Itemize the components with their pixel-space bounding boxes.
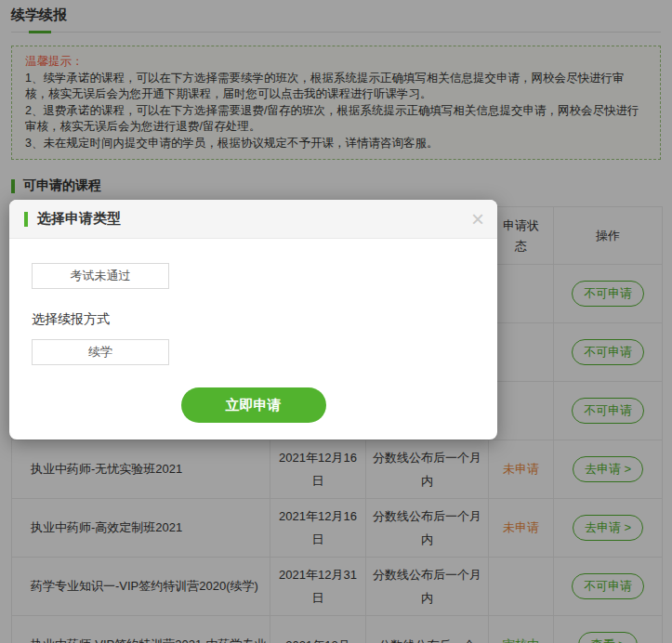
- apply-type-select[interactable]: 考试未通过: [32, 263, 169, 289]
- modal-accent-bar: [24, 212, 28, 227]
- apply-type-dialog: 选择申请类型 × 考试未通过 选择续报方式 续学 立即申请: [9, 200, 497, 440]
- modal-title: 选择申请类型: [37, 210, 121, 228]
- renew-method-label: 选择续报方式: [32, 311, 475, 328]
- close-icon[interactable]: ×: [471, 208, 484, 230]
- submit-button[interactable]: 立即申请: [181, 387, 326, 423]
- renew-method-select[interactable]: 续学: [32, 339, 169, 365]
- modal-body: 考试未通过 选择续报方式 续学 立即申请: [9, 239, 497, 440]
- modal-header: 选择申请类型 ×: [9, 200, 497, 239]
